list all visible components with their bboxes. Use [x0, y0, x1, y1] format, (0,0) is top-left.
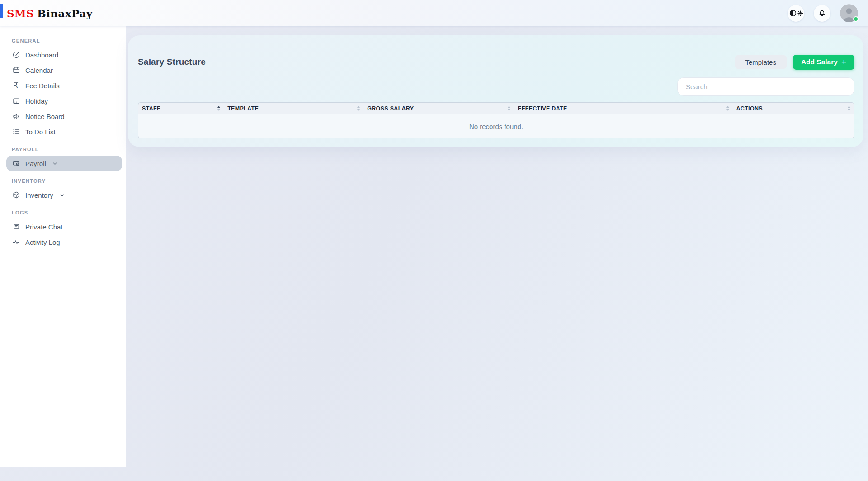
sidebar-item-fee-details[interactable]: ₹ Fee Details [6, 78, 122, 93]
topbar: SMSBinaxPay [0, 0, 868, 26]
logo-accent-bar [0, 4, 3, 18]
user-avatar[interactable] [840, 4, 858, 22]
sort-icon[interactable] [508, 106, 510, 111]
templates-button[interactable]: Templates [735, 55, 787, 69]
table-wrap: STAFF TEMPLATE GROSS SALARY [138, 102, 854, 138]
sidebar-section-inventory: INVENTORY [12, 178, 122, 184]
sidebar-section-logs: LOGS [12, 210, 122, 215]
column-label: STAFF [142, 105, 160, 112]
search-row [138, 77, 854, 96]
search-input[interactable] [677, 77, 854, 96]
sidebar-item-label: Dashboard [25, 51, 58, 59]
activity-pulse-icon [12, 238, 20, 247]
online-status-dot [853, 16, 859, 22]
sidebar-item-payroll[interactable]: Payroll [6, 156, 122, 171]
sun-icon [797, 10, 803, 16]
notifications-button[interactable] [814, 5, 830, 22]
sidebar-section-payroll: PAYROLL [12, 147, 122, 152]
sidebar-item-label: Activity Log [25, 238, 60, 246]
empty-row: No records found. [138, 114, 854, 138]
sidebar-item-label: Inventory [25, 191, 53, 199]
todo-list-icon [12, 128, 20, 136]
sidebar-section-general: GENERAL [12, 38, 122, 43]
sidebar-item-label: To Do List [25, 128, 56, 136]
column-header-staff[interactable]: STAFF [138, 102, 224, 114]
sort-icon[interactable] [357, 106, 360, 111]
sort-icon[interactable] [726, 106, 729, 111]
megaphone-icon [12, 112, 20, 121]
logo-sms-text: SMS [7, 7, 34, 19]
sidebar-item-label: Notice Board [25, 113, 65, 120]
sidebar-item-to-do-list[interactable]: To Do List [6, 124, 122, 139]
theme-toggle-button[interactable] [788, 5, 804, 22]
column-label: GROSS SALARY [367, 105, 414, 112]
table-header-row: STAFF TEMPLATE GROSS SALARY [138, 102, 854, 114]
column-header-gross-salary[interactable]: GROSS SALARY [363, 102, 514, 114]
column-header-effective-date[interactable]: EFFECTIVE DATE [514, 102, 732, 114]
column-label: TEMPLATE [227, 105, 259, 112]
sidebar-item-notice-board[interactable]: Notice Board [6, 109, 122, 124]
plus-icon: + [841, 58, 846, 67]
calendar-icon [12, 66, 20, 75]
salary-structure-table: STAFF TEMPLATE GROSS SALARY [138, 102, 854, 138]
dashboard-gauge-icon [12, 51, 20, 59]
sidebar-item-label: Calendar [25, 67, 53, 74]
sidebar-item-private-chat[interactable]: Private Chat [6, 219, 122, 234]
sidebar-item-holiday[interactable]: Holiday [6, 93, 122, 109]
logo-brand-text: BinaxPay [37, 7, 92, 19]
chevron-down-icon [59, 192, 65, 198]
sidebar-item-activity-log[interactable]: Activity Log [6, 234, 122, 250]
sidebar-item-label: Payroll [25, 160, 46, 167]
sidebar-item-label: Holiday [25, 97, 48, 105]
bell-icon [818, 9, 826, 18]
sidebar-item-inventory[interactable]: Inventory [6, 187, 122, 203]
sort-icon[interactable] [848, 106, 850, 111]
column-header-actions[interactable]: ACTIONS [733, 102, 854, 114]
column-label: ACTIONS [736, 105, 763, 112]
package-box-icon [12, 191, 20, 200]
rupee-icon: ₹ [12, 81, 20, 90]
topbar-actions [788, 0, 858, 26]
sidebar-item-dashboard[interactable]: Dashboard [6, 47, 122, 62]
sidebar-item-label: Private Chat [25, 223, 63, 231]
sidebar: GENERAL Dashboard Calendar ₹ Fee Details… [0, 26, 126, 467]
contrast-icon [789, 9, 797, 17]
add-salary-label: Add Salary [801, 58, 838, 66]
page-title: Salary Structure [138, 57, 206, 67]
salary-structure-card: Salary Structure Templates Add Salary + … [128, 35, 863, 147]
sort-icon[interactable] [217, 106, 220, 111]
chat-bubble-icon [12, 223, 20, 231]
column-header-template[interactable]: TEMPLATE [224, 102, 363, 114]
card-header: Salary Structure Templates Add Salary + [138, 54, 854, 70]
chevron-down-icon [52, 161, 58, 167]
empty-message: No records found. [138, 114, 854, 138]
sidebar-item-calendar[interactable]: Calendar [6, 62, 122, 78]
payroll-cheque-icon [12, 159, 20, 168]
add-salary-button[interactable]: Add Salary + [793, 55, 854, 70]
app-logo[interactable]: SMSBinaxPay [7, 7, 93, 19]
sidebar-item-label: Fee Details [25, 82, 60, 90]
column-label: EFFECTIVE DATE [518, 105, 567, 112]
header-actions: Templates Add Salary + [735, 55, 854, 70]
holiday-calendar-icon [12, 97, 20, 105]
